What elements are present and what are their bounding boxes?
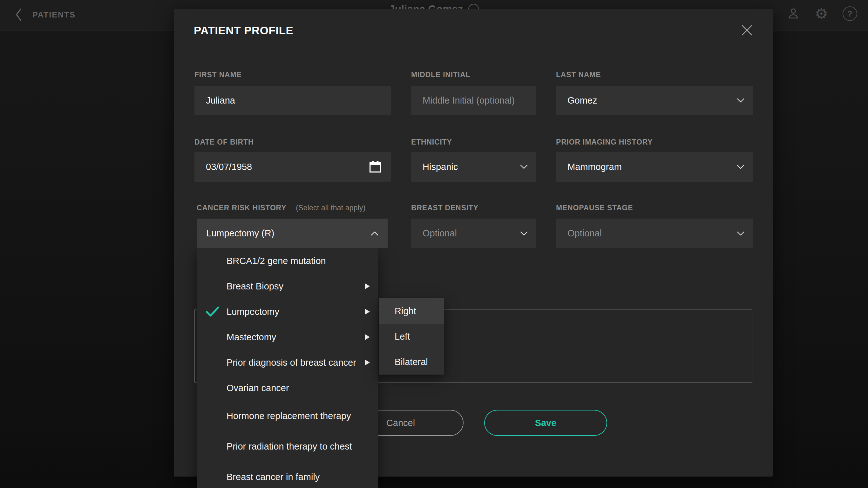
last-name-select[interactable]: Gomez	[556, 86, 753, 115]
submenu-arrow-icon	[365, 360, 370, 365]
menu-item-prior-diagnosis[interactable]: Prior diagnosis of breast cancer	[197, 350, 378, 375]
menu-item-hormone-therapy[interactable]: Hormone replacement therapy	[197, 401, 378, 431]
menopause-stage-label: MENOPAUSE STAGE	[556, 204, 633, 212]
dob-input[interactable]: 03/07/1958	[194, 152, 391, 182]
chevron-down-icon	[737, 231, 745, 236]
menu-item-breast-biopsy[interactable]: Breast Biopsy	[197, 274, 378, 299]
patient-profile-modal: PATIENT PROFILE FIRST NAME MIDDLE INITIA…	[174, 9, 773, 477]
save-button[interactable]: Save	[484, 410, 607, 436]
last-name-value: Gomez	[567, 95, 597, 106]
prior-imaging-select[interactable]: Mammogram	[556, 152, 753, 182]
menopause-stage-select[interactable]: Optional	[556, 219, 753, 248]
menu-item-family-history[interactable]: Breast cancer in family	[197, 462, 378, 488]
prior-imaging-value: Mammogram	[567, 162, 622, 172]
breast-density-placeholder: Optional	[423, 228, 457, 239]
first-name-input[interactable]	[194, 86, 391, 115]
prior-imaging-label: PRIOR IMAGING HISTORY	[556, 138, 653, 147]
menu-item-brca[interactable]: BRCA1/2 gene mutation	[197, 248, 378, 274]
checkmark-icon	[206, 306, 220, 317]
last-name-label: LAST NAME	[556, 70, 601, 79]
middle-initial-input[interactable]	[411, 86, 536, 115]
submenu-arrow-icon	[365, 334, 370, 340]
submenu-item-bilateral[interactable]: Bilateral	[379, 349, 444, 374]
submenu-arrow-icon	[365, 309, 370, 314]
chevron-up-icon	[370, 231, 379, 236]
breast-density-select[interactable]: Optional	[411, 219, 536, 248]
cancer-risk-label: CANCER RISK HISTORY	[197, 204, 286, 212]
cancer-risk-value: Lumpectomy (R)	[206, 228, 274, 239]
middle-initial-label: MIDDLE INITIAL	[411, 70, 470, 79]
submenu-item-right[interactable]: Right	[379, 298, 444, 324]
cancer-risk-menu: BRCA1/2 gene mutation Breast Biopsy Lump…	[197, 248, 378, 488]
dob-value: 03/07/1958	[206, 162, 252, 172]
breast-density-label: BREAST DENSITY	[411, 204, 478, 212]
ethnicity-value: Hispanic	[423, 162, 458, 172]
modal-title: PATIENT PROFILE	[194, 24, 293, 37]
close-button[interactable]	[739, 22, 755, 38]
chevron-down-icon	[520, 164, 528, 169]
submenu-arrow-icon	[365, 283, 370, 289]
chevron-down-icon	[520, 231, 528, 236]
menu-item-lumpectomy[interactable]: Lumpectomy	[197, 299, 378, 325]
close-x-icon	[740, 23, 754, 37]
chevron-down-icon	[737, 98, 745, 103]
menu-item-mastectomy[interactable]: Mastectomy	[197, 325, 378, 350]
submenu-item-left[interactable]: Left	[379, 324, 444, 349]
cancer-risk-hint: (Select all that apply)	[296, 204, 365, 212]
menu-item-prior-radiation[interactable]: Prior radiation therapy to chest	[197, 431, 378, 462]
menu-item-ovarian-cancer[interactable]: Ovarian cancer	[197, 375, 378, 401]
first-name-label: FIRST NAME	[194, 70, 242, 79]
dob-label: DATE OF BIRTH	[194, 138, 253, 147]
app-screen: PATIENTS Juliana Gomez Jones ⚙ ? PATIENT…	[0, 0, 868, 488]
laterality-submenu: Right Left Bilateral	[379, 298, 444, 374]
ethnicity-label: ETHNICITY	[411, 138, 452, 147]
chevron-down-icon	[737, 164, 745, 169]
cancer-risk-label-row: CANCER RISK HISTORY (Select all that app…	[197, 204, 366, 212]
cancer-risk-select[interactable]: Lumpectomy (R)	[197, 219, 388, 248]
ethnicity-select[interactable]: Hispanic	[411, 152, 536, 182]
calendar-icon[interactable]	[368, 159, 382, 174]
menopause-stage-placeholder: Optional	[567, 228, 602, 239]
